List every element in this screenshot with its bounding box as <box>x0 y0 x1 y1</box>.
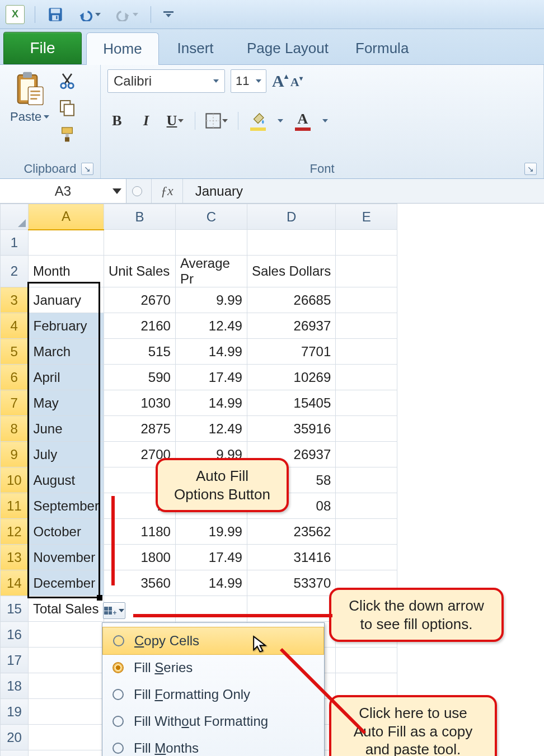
row-header[interactable]: 17 <box>1 648 29 673</box>
row-header[interactable]: 15 <box>1 596 29 622</box>
cell[interactable]: 1180 <box>104 519 175 545</box>
row-header[interactable]: 1 <box>1 230 29 256</box>
shrink-font-button[interactable]: A▾ <box>290 75 303 94</box>
cell[interactable]: January <box>29 287 104 313</box>
cell[interactable] <box>336 467 397 493</box>
font-color-dropdown-icon[interactable] <box>322 119 328 122</box>
cell[interactable] <box>247 230 335 256</box>
cell[interactable]: 12.49 <box>175 416 247 442</box>
cell[interactable]: March <box>29 339 104 365</box>
italic-button[interactable]: I <box>137 111 156 131</box>
tab-page-layout[interactable]: Page Layout <box>232 32 344 64</box>
cell[interactable]: December <box>29 570 104 596</box>
col-header-C[interactable]: C <box>175 204 247 230</box>
cell[interactable]: July <box>29 442 104 467</box>
cell[interactable]: April <box>29 365 104 390</box>
redo-button[interactable] <box>113 6 140 23</box>
cell[interactable]: 2670 <box>104 287 175 313</box>
cell[interactable]: 1800 <box>104 545 175 570</box>
col-header-D[interactable]: D <box>247 204 335 230</box>
tab-formulas[interactable]: Formula <box>344 32 420 64</box>
cell[interactable]: 31416 <box>247 545 335 570</box>
customize-qat-button[interactable] <box>161 10 176 19</box>
cell[interactable]: 26685 <box>247 287 335 313</box>
cell[interactable]: June <box>29 416 104 442</box>
grow-font-button[interactable]: A▴ <box>272 72 288 91</box>
row-header[interactable]: 14 <box>1 570 29 596</box>
font-launcher[interactable]: ↘ <box>524 163 537 175</box>
select-all-corner[interactable] <box>1 204 29 230</box>
cell[interactable]: 14.99 <box>175 570 247 596</box>
name-box-dropdown-icon[interactable] <box>112 188 121 194</box>
cell[interactable]: Sales Dollars <box>247 256 335 287</box>
row-header[interactable]: 8 <box>1 416 29 442</box>
cell[interactable]: 23562 <box>247 519 335 545</box>
tab-insert[interactable]: Insert <box>159 32 232 64</box>
cell[interactable]: 35916 <box>247 416 335 442</box>
undo-button[interactable] <box>76 6 103 23</box>
cell[interactable] <box>336 390 397 416</box>
cell[interactable]: May <box>29 390 104 416</box>
undo-dropdown-icon[interactable] <box>95 13 101 16</box>
name-box[interactable]: A3 <box>0 179 126 203</box>
cell[interactable] <box>336 365 397 390</box>
row-header[interactable]: 10 <box>1 467 29 493</box>
font-color-button[interactable]: A <box>293 111 312 131</box>
row-header[interactable]: 11 <box>1 493 29 519</box>
cell[interactable] <box>175 230 247 256</box>
cell[interactable]: 2160 <box>104 313 175 339</box>
cell[interactable] <box>29 750 104 757</box>
font-size-dropdown-icon[interactable] <box>256 79 261 83</box>
cut-button[interactable] <box>58 72 76 92</box>
row-header[interactable]: 21 <box>1 750 29 757</box>
cell[interactable]: November <box>29 545 104 570</box>
redo-dropdown-icon[interactable] <box>133 13 138 16</box>
cell[interactable]: 12.49 <box>175 313 247 339</box>
cell[interactable]: Month <box>29 256 104 287</box>
cell[interactable] <box>336 545 397 570</box>
cell[interactable] <box>29 725 104 750</box>
cell[interactable] <box>336 416 397 442</box>
cell[interactable] <box>104 230 175 256</box>
row-header[interactable]: 9 <box>1 442 29 467</box>
autofill-dropdown-icon[interactable] <box>119 609 124 612</box>
cell[interactable] <box>175 596 247 622</box>
underline-button[interactable]: U <box>166 111 185 131</box>
cell[interactable] <box>336 442 397 467</box>
row-header[interactable]: 13 <box>1 545 29 570</box>
cell[interactable]: 2875 <box>104 416 175 442</box>
cell[interactable]: 515 <box>104 339 175 365</box>
autofill-option-fill-months[interactable]: Fill Months <box>102 735 324 756</box>
cell[interactable] <box>29 648 104 673</box>
cell[interactable]: 3560 <box>104 570 175 596</box>
save-button[interactable] <box>45 5 65 24</box>
col-header-A[interactable]: A <box>29 204 104 230</box>
autofill-option-fill-without-formatting[interactable]: Fill Without Formatting <box>102 708 324 735</box>
cell[interactable] <box>336 313 397 339</box>
cell[interactable] <box>336 287 397 313</box>
cell[interactable]: 53370 <box>247 570 335 596</box>
formula-bar[interactable]: January <box>192 183 243 199</box>
row-header[interactable]: 16 <box>1 622 29 648</box>
paste-dropdown-icon[interactable] <box>44 115 49 119</box>
cell[interactable]: Unit Sales <box>104 256 175 287</box>
cell[interactable] <box>336 230 397 256</box>
cell[interactable] <box>336 339 397 365</box>
cell[interactable]: February <box>29 313 104 339</box>
cell[interactable]: 17.49 <box>175 545 247 570</box>
row-header[interactable]: 2 <box>1 256 29 287</box>
cell[interactable]: 7701 <box>247 339 335 365</box>
copy-button[interactable] <box>58 98 76 119</box>
row-header[interactable]: 4 <box>1 313 29 339</box>
cell[interactable]: 17.49 <box>175 365 247 390</box>
fill-color-dropdown-icon[interactable] <box>278 119 283 122</box>
fx-icon[interactable]: ƒx <box>161 183 173 199</box>
row-header[interactable]: 18 <box>1 673 29 699</box>
cell[interactable]: Average Pr <box>175 256 247 287</box>
cell[interactable]: 590 <box>104 365 175 390</box>
row-header[interactable]: 5 <box>1 339 29 365</box>
font-name-dropdown-icon[interactable] <box>213 79 219 83</box>
col-header-E[interactable]: E <box>336 204 397 230</box>
cell[interactable] <box>336 493 397 519</box>
bold-button[interactable]: B <box>107 111 126 131</box>
